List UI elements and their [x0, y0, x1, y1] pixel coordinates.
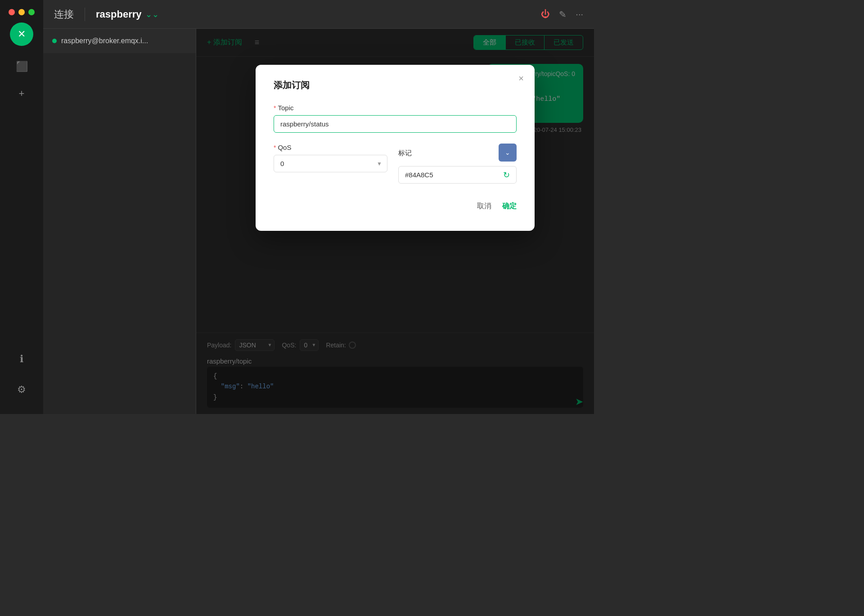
qos-tag-row: * QoS 0 1 2 ▼ — [274, 144, 517, 184]
dropdown-arrow-icon[interactable]: ⌄⌄ — [145, 9, 159, 19]
tag-form-label: 标记 ⌄ — [398, 144, 517, 162]
header-left: 连接 raspberry ⌄⌄ — [54, 8, 207, 21]
topic-label-text: Topic — [278, 104, 293, 112]
tag-col: 标记 ⌄ ↻ — [398, 144, 517, 184]
content: raspberry@broker.emqx.i... + 添加订阅 ≡ 全部 已… — [43, 29, 594, 414]
header: 连接 raspberry ⌄⌄ ⏻ ✎ ··· — [43, 0, 594, 29]
qos-required-star: * — [274, 144, 276, 151]
info-icon: ℹ — [20, 353, 23, 365]
qos-col: * QoS 0 1 2 ▼ — [274, 144, 387, 172]
plus-icon: + — [19, 88, 25, 99]
topic-input[interactable] — [274, 115, 517, 133]
connections-icon: ⬛ — [16, 61, 28, 72]
connection-name: raspberry — [96, 9, 142, 20]
topic-form-label: * Topic — [274, 104, 517, 112]
sidebar-item-info[interactable]: ℹ — [10, 347, 33, 371]
sidebar-bottom: ℹ ⚙ — [10, 347, 33, 414]
qos-label-text: QoS — [278, 144, 291, 151]
dialog-title: 添加订阅 — [274, 79, 517, 91]
left-panel: raspberry@broker.emqx.i... — [43, 29, 196, 414]
sidebar-item-settings[interactable]: ⚙ — [10, 378, 33, 401]
traffic-light-red[interactable] — [9, 9, 15, 15]
color-input-wrapper: ↻ — [398, 166, 517, 184]
gear-icon: ⚙ — [17, 384, 26, 396]
dialog-close-button[interactable]: × — [518, 74, 524, 83]
qos-select-wrapper: 0 1 2 ▼ — [274, 155, 387, 172]
connections-label[interactable]: 连接 — [54, 8, 85, 21]
power-button[interactable]: ⏻ — [541, 9, 550, 19]
sidebar-item-connections[interactable]: ⬛ — [10, 55, 33, 78]
more-button[interactable]: ··· — [576, 9, 583, 19]
online-dot — [52, 39, 57, 43]
connection-title: raspberry ⌄⌄ — [85, 9, 159, 20]
logo-icon: ✕ — [10, 22, 33, 46]
color-refresh-button[interactable]: ↻ — [497, 170, 516, 180]
topic-form-row: * Topic — [274, 104, 517, 133]
connection-item-name: raspberry@broker.emqx.i... — [61, 37, 148, 45]
right-panel: + 添加订阅 ≡ 全部 已接收 已发送 Topic: raspberry/top… — [196, 29, 594, 414]
header-actions: ⏻ ✎ ··· — [541, 9, 583, 20]
traffic-light-green[interactable] — [28, 9, 35, 15]
connection-item[interactable]: raspberry@broker.emqx.i... — [43, 29, 196, 53]
color-input[interactable] — [399, 166, 497, 183]
dialog-qos-select[interactable]: 0 1 2 — [274, 155, 387, 172]
edit-button[interactable]: ✎ — [559, 9, 567, 20]
topic-required-star: * — [274, 104, 276, 112]
sidebar: ✕ ⬛ + ℹ ⚙ — [0, 0, 43, 414]
qos-form-label: * QoS — [274, 144, 387, 151]
dialog-footer: 取消 确定 — [274, 198, 517, 215]
traffic-lights — [0, 0, 43, 22]
main-area: 连接 raspberry ⌄⌄ ⏻ ✎ ··· raspberry@broker… — [43, 0, 594, 414]
dialog-overlay: 添加订阅 × * Topic * QoS — [196, 29, 594, 414]
sidebar-item-new[interactable]: + — [10, 82, 33, 105]
traffic-light-yellow[interactable] — [18, 9, 25, 15]
confirm-button[interactable]: 确定 — [502, 198, 517, 215]
cancel-button[interactable]: 取消 — [477, 198, 491, 215]
add-subscription-dialog: 添加订阅 × * Topic * QoS — [256, 65, 535, 231]
tag-dropdown-button[interactable]: ⌄ — [499, 144, 517, 162]
tag-label-text: 标记 — [398, 149, 412, 157]
